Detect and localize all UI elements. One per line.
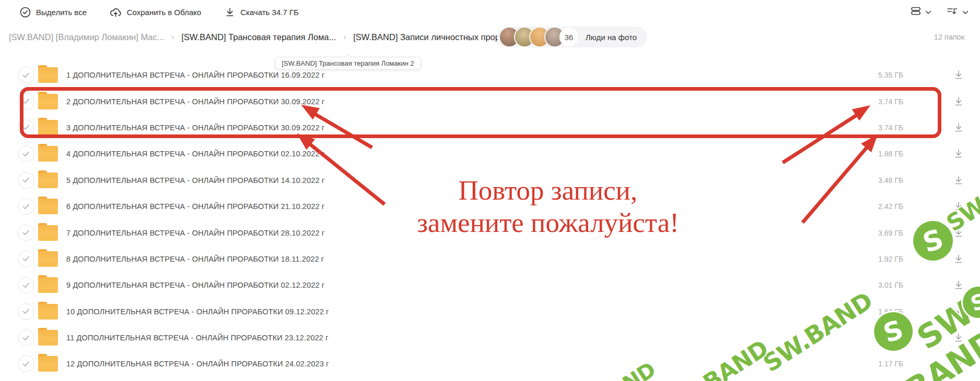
save-to-cloud-button[interactable]: Сохранить в Облако: [110, 7, 201, 18]
folder-icon: [38, 251, 58, 267]
row-checkbox[interactable]: [18, 251, 34, 267]
cloud-file-manager: Выделить все Сохранить в Облако Скачать …: [0, 0, 980, 381]
row-download-button[interactable]: [953, 253, 964, 265]
row-checkbox[interactable]: [18, 67, 34, 83]
check-icon: [22, 361, 30, 367]
download-all-button[interactable]: Скачать 34.7 ГБ: [224, 7, 299, 18]
breadcrumb-item-3[interactable]: [SW.BAND] Записи личностных прор...: [353, 32, 507, 42]
save-to-cloud-label: Сохранить в Облако: [127, 8, 201, 17]
folder-icon: [38, 330, 58, 346]
file-row[interactable]: 7 ДОПОЛНИТЕЛЬНАЯ ВСТРЕЧА - ОНЛАЙН ПРОРАБ…: [0, 219, 980, 245]
file-size: 1.92 ГБ: [878, 255, 903, 263]
file-size: 1.88 ГБ: [878, 150, 903, 158]
row-checkbox[interactable]: [18, 303, 34, 320]
check-icon: [22, 256, 30, 262]
people-label: Люди на фото: [585, 33, 637, 42]
file-name[interactable]: 9 ДОПОЛНИТЕЛЬНАЯ ВСТРЕЧА - ОНЛАЙН ПРОРАБ…: [66, 281, 325, 289]
file-name[interactable]: 6 ДОПОЛНИТЕЛЬНАЯ ВСТРЕЧА - ОНЛАЙН ПРОРАБ…: [66, 202, 325, 211]
file-size: 3.01 ГБ: [878, 281, 903, 289]
download-icon: [953, 96, 964, 107]
select-all-label: Выделить все: [36, 8, 87, 17]
select-all-button[interactable]: Выделить все: [20, 7, 87, 18]
download-icon: [953, 253, 964, 265]
check-icon: [22, 282, 30, 288]
file-size: 2.63 ГБ: [878, 334, 903, 342]
download-icon: [953, 122, 964, 133]
file-row[interactable]: 6 ДОПОЛНИТЕЛЬНАЯ ВСТРЕЧА - ОНЛАЙН ПРОРАБ…: [0, 193, 980, 219]
download-all-label: Скачать 34.7 ГБ: [241, 8, 299, 17]
people-count-badge: 36: [559, 28, 578, 46]
download-icon: [953, 69, 964, 81]
check-icon: [22, 99, 30, 104]
check-icon: [22, 72, 30, 78]
row-checkbox[interactable]: [18, 277, 34, 293]
file-row[interactable]: 4 ДОПОЛНИТЕЛЬНАЯ ВСТРЕЧА - ОНЛАЙН ПРОРАБ…: [0, 141, 980, 167]
file-row[interactable]: 8 ДОПОЛНИТЕЛЬНАЯ ВСТРЕЧА - ОНЛАЙН ПРОРАБ…: [0, 246, 980, 272]
row-checkbox[interactable]: [18, 119, 34, 136]
download-icon: [953, 279, 964, 291]
file-name[interactable]: 7 ДОПОЛНИТЕЛЬНАЯ ВСТРЕЧА - ОНЛАЙН ПРОРАБ…: [66, 229, 325, 237]
view-mode-selector[interactable]: [910, 5, 931, 19]
row-download-button[interactable]: [953, 201, 964, 212]
file-row[interactable]: 3 ДОПОЛНИТЕЛЬНАЯ ВСТРЕЧА - ОНЛАЙН ПРОРАБ…: [0, 115, 980, 141]
list-view-icon: [910, 5, 922, 19]
folder-icon: [38, 225, 58, 241]
folder-icon: [38, 67, 58, 83]
file-row[interactable]: 11 ДОПОЛНИТЕЛЬНАЯ ВСТРЕЧА - ОНЛАЙН ПРОРА…: [0, 325, 980, 351]
file-name[interactable]: 8 ДОПОЛНИТЕЛЬНАЯ ВСТРЕЧА - ОНЛАЙН ПРОРАБ…: [66, 255, 324, 263]
file-row[interactable]: 12 ДОПОЛНИТЕЛЬНАЯ ВСТРЕЧА - ОНЛАЙН ПРОРА…: [0, 351, 980, 377]
file-name[interactable]: 11 ДОПОЛНИТЕЛЬНАЯ ВСТРЕЧА - ОНЛАЙН ПРОРА…: [66, 334, 328, 342]
file-name[interactable]: 5 ДОПОЛНИТЕЛЬНАЯ ВСТРЕЧА - ОНЛАЙН ПРОРАБ…: [66, 176, 325, 185]
breadcrumb: [SW.BAND] [Владимир Ломакин] Мас... › [S…: [9, 25, 507, 49]
file-row[interactable]: 1 ДОПОЛНИТЕЛЬНАЯ ВСТРЕЧА - ОНЛАЙН ПРОРАБ…: [0, 62, 980, 88]
row-download-button[interactable]: [953, 332, 964, 343]
file-size: 5.35 ГБ: [878, 71, 903, 79]
breadcrumb-item-2[interactable]: [SW.BAND] Трансовая терапия Лома...: [182, 32, 336, 42]
sort-icon: [946, 5, 959, 19]
circle-check-icon: [20, 7, 31, 18]
folder-icon: [38, 94, 58, 109]
file-row[interactable]: 10 ДОПОЛНИТЕЛЬНАЯ ВСТРЕЧА - ОНЛАЙН ПРОРА…: [0, 299, 980, 325]
row-download-button[interactable]: [953, 227, 964, 239]
row-checkbox[interactable]: [18, 329, 34, 346]
download-icon: [953, 358, 964, 370]
row-checkbox[interactable]: [18, 172, 34, 189]
row-download-button[interactable]: [953, 358, 964, 370]
row-checkbox[interactable]: [18, 355, 34, 372]
row-download-button[interactable]: [953, 96, 964, 107]
row-download-button[interactable]: [953, 279, 964, 291]
chevron-right-icon: ›: [172, 32, 174, 41]
cloud-upload-icon: [110, 7, 122, 18]
file-name[interactable]: 12 ДОПОЛНИТЕЛЬНАЯ ВСТРЕЧА - ОНЛАЙН ПРОРА…: [66, 360, 329, 368]
download-icon: [953, 148, 964, 159]
file-row[interactable]: 5 ДОПОЛНИТЕЛЬНАЯ ВСТРЕЧА - ОНЛАЙН ПРОРАБ…: [0, 167, 980, 193]
file-row[interactable]: 2 ДОПОЛНИТЕЛЬНАЯ ВСТРЕЧА - ОНЛАЙН ПРОРАБ…: [0, 88, 980, 114]
download-icon: [953, 227, 964, 239]
breadcrumb-item-1[interactable]: [SW.BAND] [Владимир Ломакин] Мас...: [9, 32, 164, 42]
row-download-button[interactable]: [953, 148, 964, 159]
row-checkbox[interactable]: [18, 198, 34, 215]
file-name[interactable]: 2 ДОПОЛНИТЕЛЬНАЯ ВСТРЕЧА - ОНЛАЙН ПРОРАБ…: [66, 97, 325, 106]
file-size: 3.48 ГБ: [878, 176, 903, 185]
download-icon: [224, 7, 235, 18]
folder-icon: [38, 146, 58, 162]
file-name[interactable]: 10 ДОПОЛНИТЕЛЬНАЯ ВСТРЕЧА - ОНЛАЙН ПРОРА…: [66, 308, 329, 316]
file-list: 1 ДОПОЛНИТЕЛЬНАЯ ВСТРЕЧА - ОНЛАЙН ПРОРАБ…: [0, 62, 980, 377]
row-download-button[interactable]: [953, 175, 964, 186]
row-checkbox[interactable]: [18, 93, 34, 110]
folder-count: 12 папок: [934, 25, 964, 49]
row-download-button[interactable]: [953, 69, 964, 81]
check-icon: [22, 335, 30, 341]
row-checkbox[interactable]: [18, 225, 34, 241]
breadcrumb-tooltip: [SW.BAND] Трансовая терапия Ломакин 2: [275, 57, 421, 70]
row-download-button[interactable]: [953, 122, 964, 133]
file-name[interactable]: 1 ДОПОЛНИТЕЛЬНАЯ ВСТРЕЧА - ОНЛАЙН ПРОРАБ…: [66, 71, 325, 79]
file-name[interactable]: 4 ДОПОЛНИТЕЛЬНАЯ ВСТРЕЧА - ОНЛАЙН ПРОРАБ…: [66, 150, 325, 158]
people-on-photo-pill[interactable]: 36 Люди на фото: [497, 27, 647, 47]
file-row[interactable]: 9 ДОПОЛНИТЕЛЬНАЯ ВСТРЕЧА - ОНЛАЙН ПРОРАБ…: [0, 272, 980, 298]
view-controls: [910, 0, 969, 24]
sort-selector[interactable]: [946, 5, 969, 19]
file-name[interactable]: 3 ДОПОЛНИТЕЛЬНАЯ ВСТРЕЧА - ОНЛАЙН ПРОРАБ…: [66, 124, 325, 132]
row-checkbox[interactable]: [18, 145, 34, 162]
row-download-button[interactable]: [953, 306, 964, 317]
